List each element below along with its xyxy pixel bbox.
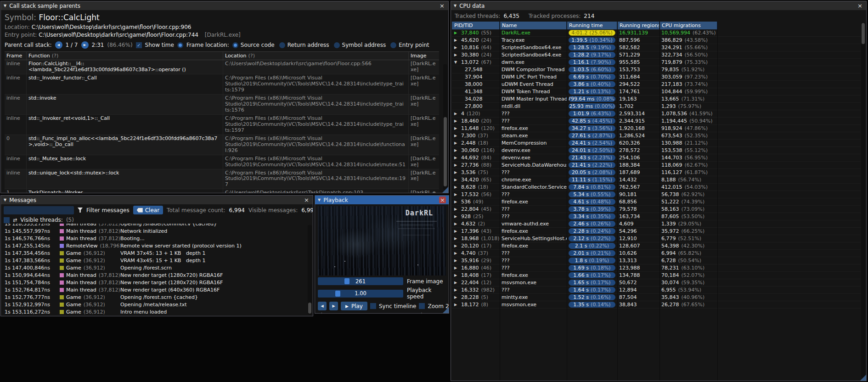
cpu-thread-row[interactable]: ▶34,420(65)chrome.exe11.11 s(1.15%)14,43… [452,176,865,184]
message-row[interactable]: 1s 147,354,456nsGame(36,912)VRAM 37x45: … [5,249,313,257]
cpu-thread-row[interactable]: ▶22,404(12)msvsmon.exe1.65 s(0.17%)50,67… [452,279,865,286]
cpu-thread-row[interactable]: ▶4(120)???1:01.9(6.43%)2,593,3141,078,53… [452,110,865,118]
callstack-titlebar[interactable]: ▼ Call stack sample parents × [1,1,448,10]
scrollbar-thumb[interactable] [308,303,311,314]
cpu-thread-row[interactable]: ▶37,840(55)DarkRL.exe4:01.2(25.06%)16,93… [452,29,865,37]
tree-expand-icon[interactable]: ▶ [454,178,461,182]
tree-expand-icon[interactable]: ▶ [454,288,461,292]
tree-expand-icon[interactable]: ▶ [454,163,461,167]
resize-grip[interactable] [443,307,449,313]
cpu-thread-row[interactable]: ▶27,736(88)ServiceHub.DataWarehouse21.41… [452,162,865,169]
cpu-thread-row[interactable]: ▶7,300(37)steam.exe27.61 s(2.87%)1,286,5… [452,132,865,140]
radio-source-code[interactable]: Source code [232,42,275,48]
collapse-arrow-icon[interactable]: ▼ [318,198,321,202]
tree-expand-icon[interactable]: ▶ [454,170,461,174]
callstack-scrollbar[interactable] [443,64,447,190]
cpu-thread-row[interactable]: ▶8,628(18)StandardCollector.Service.e7.8… [452,184,865,191]
tree-expand-icon[interactable]: ▶ [454,273,461,277]
tree-expand-icon[interactable]: ▶ [454,214,461,219]
message-row[interactable]: 1s 152,776,777nsGame(36,912)Opening /for… [5,293,313,301]
playback-titlebar[interactable]: ▼ Playback × [315,196,449,204]
shuffle-icon[interactable]: ⇄ [13,217,17,223]
filter-input[interactable] [4,206,74,214]
cpu-thread-row[interactable]: ▶17,532(56)???5.34 s(0.55%)90,18156,738(… [452,191,865,198]
cpu-thread-row[interactable]: 38,000uDWM Event Thread3.86 s(0.40%)294,… [452,81,865,88]
cpu-thread-row[interactable]: ▶16,332(982)???1.64 s(0.17%)12,8946,955(… [452,286,865,294]
playback-frame-image[interactable]: DarkRL [318,206,446,275]
message-row[interactable]: 1s 153,116,272nsGame(36,912)Intro menu l… [5,308,313,315]
tree-expand-icon[interactable]: ▶ [454,258,461,263]
tree-expand-icon[interactable]: ▶ [454,31,461,35]
column-header-function[interactable]: Function(?) [27,52,223,60]
messages-scrollbar[interactable] [308,225,312,315]
sync-timeline-checkbox[interactable] [370,303,376,309]
resize-grip[interactable] [442,187,448,193]
column-header-frame[interactable]: Frame [5,52,27,60]
message-row[interactable]: 1s 152,912,997nsGame(36,912)Opening /met… [5,301,313,308]
tree-expand-icon[interactable]: ▶ [454,112,461,116]
column-header-pid-tid[interactable]: PID/TID [452,22,500,29]
cpu-thread-row[interactable]: ▶18,172(8)msvsmon.exe1.35 s(0.14%)38,843… [452,301,865,309]
column-header-running-time[interactable]: Running time [567,22,617,29]
threads-checkbox[interactable] [4,217,10,223]
message-row[interactable]: 1s 147,255,145nsRemoteView(18,796)Remote… [5,242,313,249]
callstack-frame-row[interactable]: 0std::_Func_impl_no_alloc<<lambda_5bc224… [5,135,439,155]
tree-expand-icon[interactable]: ▶ [454,38,461,42]
message-row[interactable]: 1s 147,400,846nsGame(36,912)Opening /for… [5,264,313,271]
cpu-thread-row[interactable]: ▶10,816(64)ScriptedSandbox64.exe1:28.5(9… [452,44,865,51]
cpu-titlebar[interactable]: ▼ CPU data × [451,1,866,10]
show-time-checkbox[interactable] [136,42,142,48]
cpu-thread-row[interactable]: ▶30,060(116)devenv.exe24.01 s(2.50%)278,… [452,147,865,154]
cpu-thread-row[interactable]: ▶18,408(17)firefox.exe1.66 s(0.17%)134,7… [452,272,865,279]
close-icon[interactable]: × [303,197,310,203]
tree-expand-icon[interactable]: ▶ [454,222,461,226]
callstack-frame-row[interactable]: inlineFloor::CalcLight::__l4::<lambda_5b… [5,60,439,74]
cpu-scrollbar[interactable] [861,22,865,378]
cpu-thread-row[interactable]: ▶11,648(120)firefox.exe34.27 s(3.56%)1,9… [452,125,865,132]
cpu-thread-row[interactable]: ▶30,380(24)ScriptedSandbox64.exe1:28.2(9… [452,51,865,59]
column-header-image[interactable]: Image [409,52,439,60]
close-icon[interactable]: × [439,2,445,9]
help-marker[interactable]: (?) [248,53,255,59]
tree-expand-icon[interactable]: ▶ [454,229,461,233]
cpu-thread-row[interactable]: ▶16,880(46)???1.69 s(0.18%)123,98878,231… [452,264,865,272]
cpu-thread-row[interactable]: ▶4,740(37)???2.01 s(0.21%)10,6266,994(65… [452,250,865,257]
prev-parent-button[interactable]: ◀ [55,41,62,49]
play-button[interactable]: ▶ Play [341,302,367,310]
cpu-thread-row[interactable]: 37,904DWM LPC Port Thread6.69 s(0.70%)31… [452,73,865,81]
cpu-thread-row[interactable]: ▶536(49)firefox.exe4.61 s(0.48%)68,85651… [452,198,865,206]
callstack-frame-row[interactable]: inlinestd::unique_lock<std::mutex>::lock… [5,169,439,190]
next-parent-button[interactable]: ▶ [81,41,89,49]
tree-expand-icon[interactable]: ▶ [454,185,461,189]
cpu-thread-row[interactable]: ▶44,692(84)devenv.exe21.43 s(2.23%)254,1… [452,154,865,162]
cpu-thread-row[interactable]: 27,800ntdll.dll25.93 ms(0.00%)1,7021,293… [452,103,865,110]
message-row[interactable]: 1s 145,557,997nsMain thread(37,812)Netwo… [5,227,313,235]
tree-expand-icon[interactable]: ▶ [454,303,461,307]
column-divider[interactable] [659,22,660,381]
messages-titlebar[interactable]: ▼ Messages × [1,196,313,204]
column-header-name[interactable]: Name [500,22,567,29]
help-marker[interactable]: (?) [52,53,58,59]
tree-expand-icon[interactable]: ▶ [454,200,461,204]
message-row[interactable]: 1s 150,994,644nsMain thread(37,812)New r… [5,271,313,279]
tree-expand-icon[interactable]: ▶ [454,207,461,211]
cpu-thread-row[interactable]: ▶22,804(45)???3.78 s(0.39%)79,57858,163(… [452,206,865,213]
tree-expand-icon[interactable]: ▶ [454,119,461,123]
column-header-location[interactable]: Location(?) [223,52,409,60]
tree-expand-icon[interactable]: ▶ [454,156,461,160]
column-divider[interactable] [617,22,618,381]
cpu-thread-row[interactable]: ▶18,460(20)???42.85 s(4.45%)2,344,9151,1… [452,118,865,125]
tree-expand-icon[interactable]: ▶ [454,192,461,197]
message-row[interactable]: 1s 147,383,566nsGame(36,912)VRAM 43x45: … [5,257,313,264]
tree-expand-icon[interactable]: ▶ [454,251,461,255]
close-icon[interactable]: × [439,197,446,203]
tree-expand-icon[interactable]: ▶ [454,295,461,299]
radio-entry-point[interactable]: Entry point [390,42,429,48]
radio-return-address[interactable]: Return address [279,42,329,48]
column-header-running-regions[interactable]: Running regions [617,22,659,29]
message-row[interactable]: 1s 128,335,272nsMain thread(37,812)Openi… [5,224,313,227]
cpu-thread-row[interactable]: 27,548DWM Compositor Thread1:03.5(6.60%)… [452,66,865,73]
message-row[interactable]: 1s 151,754,784nsMain thread(37,812)New r… [5,279,313,286]
column-divider[interactable] [567,22,567,381]
tree-expand-icon[interactable]: ▶ [454,281,461,285]
